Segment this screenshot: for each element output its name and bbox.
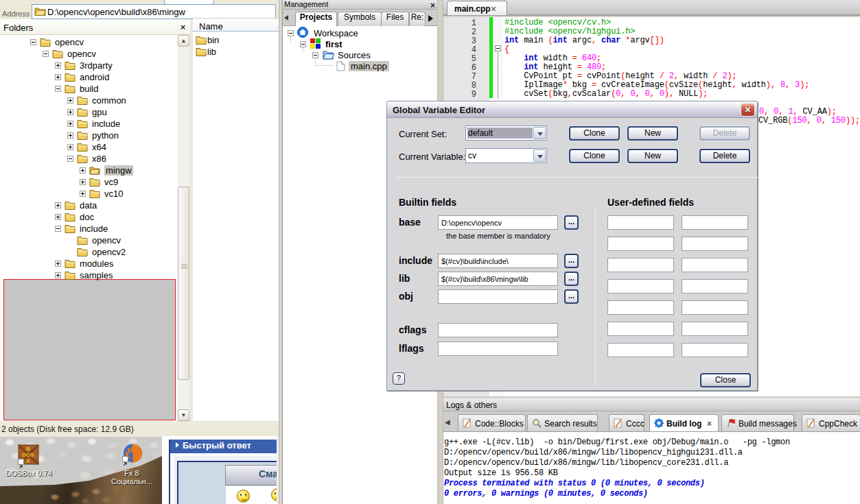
svg-text:B: B bbox=[26, 446, 30, 452]
svg-text:X: X bbox=[26, 458, 30, 464]
svg-text:DOS: DOS bbox=[22, 452, 34, 458]
